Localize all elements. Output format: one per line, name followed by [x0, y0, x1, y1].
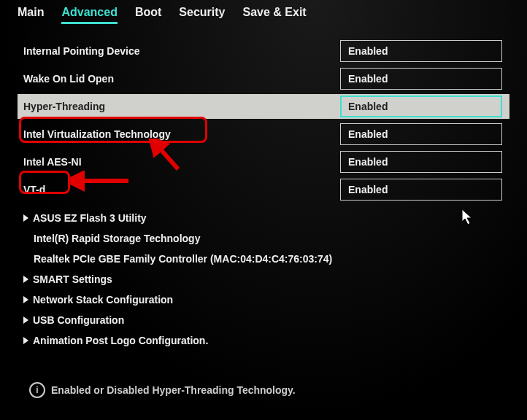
- submenu-realtek[interactable]: Realtek PCIe GBE Family Controller (MAC:…: [18, 249, 509, 269]
- help-text: Enabled or Disabled Hyper-Threading Tech…: [51, 384, 296, 396]
- submenu-usb[interactable]: USB Configuration: [18, 310, 509, 330]
- value-internal-pointing[interactable]: Enabled: [340, 40, 502, 62]
- value-vt-d[interactable]: Enabled: [340, 179, 502, 201]
- submenu-animation-logo[interactable]: Animation Post Logo Configuration.: [18, 330, 509, 351]
- tab-boot[interactable]: Boot: [135, 6, 161, 24]
- submenu-ez-flash[interactable]: ASUS EZ Flash 3 Utility: [18, 208, 509, 228]
- chevron-right-icon: [23, 276, 28, 283]
- tab-bar: Main Advanced Boot Security Save & Exit: [0, 0, 527, 30]
- chevron-right-icon: [23, 337, 28, 344]
- value-aes-ni[interactable]: Enabled: [340, 151, 502, 173]
- submenu-rst[interactable]: Intel(R) Rapid Storage Technology: [18, 228, 509, 249]
- tab-security[interactable]: Security: [179, 6, 225, 24]
- info-icon: i: [29, 382, 45, 398]
- row-hyper-threading[interactable]: Hyper-Threading Enabled: [18, 94, 509, 119]
- submenu-label: Network Stack Configuration: [33, 294, 173, 306]
- submenu-network-stack[interactable]: Network Stack Configuration: [18, 289, 509, 310]
- value-wake-on-lid[interactable]: Enabled: [340, 68, 502, 90]
- value-intel-vt[interactable]: Enabled: [340, 123, 502, 145]
- value-hyper-threading[interactable]: Enabled: [340, 96, 502, 117]
- tab-save-exit[interactable]: Save & Exit: [243, 6, 307, 24]
- row-internal-pointing[interactable]: Internal Pointing Device Enabled: [18, 39, 509, 63]
- tab-main[interactable]: Main: [18, 6, 44, 24]
- submenu-label: Animation Post Logo Configuration.: [33, 335, 208, 346]
- label-internal-pointing: Internal Pointing Device: [18, 45, 340, 57]
- submenu-label: SMART Settings: [33, 273, 112, 285]
- label-intel-vt: Intel Virtualization Technology: [18, 128, 340, 140]
- submenu-label: Realtek PCIe GBE Family Controller (MAC:…: [34, 253, 332, 265]
- submenu-label: ASUS EZ Flash 3 Utility: [33, 212, 147, 224]
- chevron-right-icon: [23, 296, 28, 303]
- submenu-label: Intel(R) Rapid Storage Technology: [34, 233, 200, 244]
- label-wake-on-lid: Wake On Lid Open: [18, 73, 340, 85]
- label-aes-ni: Intel AES-NI: [18, 156, 340, 168]
- label-hyper-threading: Hyper-Threading: [18, 101, 340, 112]
- row-intel-vt[interactable]: Intel Virtualization Technology Enabled: [18, 122, 509, 147]
- help-bar: i Enabled or Disabled Hyper-Threading Te…: [29, 382, 296, 398]
- label-vt-d: VT-d: [18, 184, 340, 195]
- chevron-right-icon: [23, 316, 28, 324]
- chevron-right-icon: [23, 214, 28, 222]
- tab-advanced[interactable]: Advanced: [61, 6, 117, 24]
- advanced-panel: Internal Pointing Device Enabled Wake On…: [0, 30, 527, 359]
- submenu-smart[interactable]: SMART Settings: [18, 269, 509, 289]
- row-wake-on-lid[interactable]: Wake On Lid Open Enabled: [18, 66, 509, 91]
- row-aes-ni[interactable]: Intel AES-NI Enabled: [18, 149, 509, 174]
- submenu-label: USB Configuration: [33, 314, 124, 326]
- row-vt-d[interactable]: VT-d Enabled: [18, 177, 509, 202]
